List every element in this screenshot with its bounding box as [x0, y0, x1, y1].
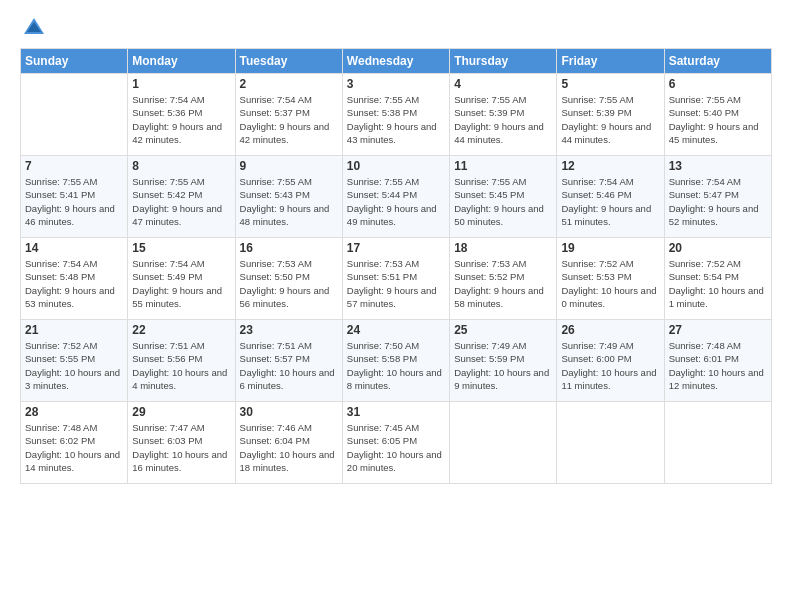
- calendar-cell: 23Sunrise: 7:51 AMSunset: 5:57 PMDayligh…: [235, 320, 342, 402]
- day-number: 8: [132, 159, 230, 173]
- calendar-week-row: 28Sunrise: 7:48 AMSunset: 6:02 PMDayligh…: [21, 402, 772, 484]
- logo: [20, 16, 46, 40]
- day-number: 19: [561, 241, 659, 255]
- calendar-cell: 22Sunrise: 7:51 AMSunset: 5:56 PMDayligh…: [128, 320, 235, 402]
- calendar-cell: 3Sunrise: 7:55 AMSunset: 5:38 PMDaylight…: [342, 74, 449, 156]
- calendar-cell: 27Sunrise: 7:48 AMSunset: 6:01 PMDayligh…: [664, 320, 771, 402]
- calendar-cell: 31Sunrise: 7:45 AMSunset: 6:05 PMDayligh…: [342, 402, 449, 484]
- calendar-cell: 10Sunrise: 7:55 AMSunset: 5:44 PMDayligh…: [342, 156, 449, 238]
- logo-icon: [22, 16, 46, 40]
- cell-info: Sunrise: 7:52 AMSunset: 5:53 PMDaylight:…: [561, 257, 659, 310]
- calendar-cell: 11Sunrise: 7:55 AMSunset: 5:45 PMDayligh…: [450, 156, 557, 238]
- day-number: 26: [561, 323, 659, 337]
- cell-info: Sunrise: 7:55 AMSunset: 5:43 PMDaylight:…: [240, 175, 338, 228]
- day-number: 10: [347, 159, 445, 173]
- calendar-cell: 6Sunrise: 7:55 AMSunset: 5:40 PMDaylight…: [664, 74, 771, 156]
- calendar-table: SundayMondayTuesdayWednesdayThursdayFrid…: [20, 48, 772, 484]
- weekday-header-friday: Friday: [557, 49, 664, 74]
- calendar-cell: 30Sunrise: 7:46 AMSunset: 6:04 PMDayligh…: [235, 402, 342, 484]
- cell-info: Sunrise: 7:54 AMSunset: 5:36 PMDaylight:…: [132, 93, 230, 146]
- cell-info: Sunrise: 7:45 AMSunset: 6:05 PMDaylight:…: [347, 421, 445, 474]
- weekday-header-row: SundayMondayTuesdayWednesdayThursdayFrid…: [21, 49, 772, 74]
- calendar-week-row: 21Sunrise: 7:52 AMSunset: 5:55 PMDayligh…: [21, 320, 772, 402]
- calendar-cell: [557, 402, 664, 484]
- day-number: 23: [240, 323, 338, 337]
- day-number: 1: [132, 77, 230, 91]
- calendar-cell: 1Sunrise: 7:54 AMSunset: 5:36 PMDaylight…: [128, 74, 235, 156]
- calendar-cell: 24Sunrise: 7:50 AMSunset: 5:58 PMDayligh…: [342, 320, 449, 402]
- calendar-cell: 17Sunrise: 7:53 AMSunset: 5:51 PMDayligh…: [342, 238, 449, 320]
- day-number: 21: [25, 323, 123, 337]
- calendar-cell: 16Sunrise: 7:53 AMSunset: 5:50 PMDayligh…: [235, 238, 342, 320]
- cell-info: Sunrise: 7:51 AMSunset: 5:56 PMDaylight:…: [132, 339, 230, 392]
- cell-info: Sunrise: 7:53 AMSunset: 5:52 PMDaylight:…: [454, 257, 552, 310]
- cell-info: Sunrise: 7:47 AMSunset: 6:03 PMDaylight:…: [132, 421, 230, 474]
- cell-info: Sunrise: 7:53 AMSunset: 5:51 PMDaylight:…: [347, 257, 445, 310]
- weekday-header-sunday: Sunday: [21, 49, 128, 74]
- calendar-week-row: 1Sunrise: 7:54 AMSunset: 5:36 PMDaylight…: [21, 74, 772, 156]
- weekday-header-wednesday: Wednesday: [342, 49, 449, 74]
- calendar-cell: 12Sunrise: 7:54 AMSunset: 5:46 PMDayligh…: [557, 156, 664, 238]
- cell-info: Sunrise: 7:52 AMSunset: 5:55 PMDaylight:…: [25, 339, 123, 392]
- day-number: 9: [240, 159, 338, 173]
- day-number: 13: [669, 159, 767, 173]
- day-number: 28: [25, 405, 123, 419]
- cell-info: Sunrise: 7:54 AMSunset: 5:48 PMDaylight:…: [25, 257, 123, 310]
- day-number: 15: [132, 241, 230, 255]
- day-number: 7: [25, 159, 123, 173]
- day-number: 24: [347, 323, 445, 337]
- day-number: 31: [347, 405, 445, 419]
- calendar-page: SundayMondayTuesdayWednesdayThursdayFrid…: [0, 0, 792, 612]
- calendar-cell: 14Sunrise: 7:54 AMSunset: 5:48 PMDayligh…: [21, 238, 128, 320]
- calendar-cell: [450, 402, 557, 484]
- day-number: 17: [347, 241, 445, 255]
- weekday-header-tuesday: Tuesday: [235, 49, 342, 74]
- calendar-cell: 7Sunrise: 7:55 AMSunset: 5:41 PMDaylight…: [21, 156, 128, 238]
- calendar-cell: 28Sunrise: 7:48 AMSunset: 6:02 PMDayligh…: [21, 402, 128, 484]
- day-number: 3: [347, 77, 445, 91]
- day-number: 25: [454, 323, 552, 337]
- cell-info: Sunrise: 7:52 AMSunset: 5:54 PMDaylight:…: [669, 257, 767, 310]
- cell-info: Sunrise: 7:55 AMSunset: 5:39 PMDaylight:…: [561, 93, 659, 146]
- cell-info: Sunrise: 7:48 AMSunset: 6:01 PMDaylight:…: [669, 339, 767, 392]
- weekday-header-monday: Monday: [128, 49, 235, 74]
- day-number: 30: [240, 405, 338, 419]
- cell-info: Sunrise: 7:55 AMSunset: 5:41 PMDaylight:…: [25, 175, 123, 228]
- calendar-cell: 25Sunrise: 7:49 AMSunset: 5:59 PMDayligh…: [450, 320, 557, 402]
- cell-info: Sunrise: 7:55 AMSunset: 5:39 PMDaylight:…: [454, 93, 552, 146]
- weekday-header-thursday: Thursday: [450, 49, 557, 74]
- calendar-cell: 9Sunrise: 7:55 AMSunset: 5:43 PMDaylight…: [235, 156, 342, 238]
- day-number: 11: [454, 159, 552, 173]
- calendar-cell: 18Sunrise: 7:53 AMSunset: 5:52 PMDayligh…: [450, 238, 557, 320]
- day-number: 12: [561, 159, 659, 173]
- day-number: 4: [454, 77, 552, 91]
- calendar-cell: 15Sunrise: 7:54 AMSunset: 5:49 PMDayligh…: [128, 238, 235, 320]
- day-number: 5: [561, 77, 659, 91]
- calendar-cell: 19Sunrise: 7:52 AMSunset: 5:53 PMDayligh…: [557, 238, 664, 320]
- calendar-cell: 26Sunrise: 7:49 AMSunset: 6:00 PMDayligh…: [557, 320, 664, 402]
- cell-info: Sunrise: 7:55 AMSunset: 5:44 PMDaylight:…: [347, 175, 445, 228]
- cell-info: Sunrise: 7:55 AMSunset: 5:38 PMDaylight:…: [347, 93, 445, 146]
- day-number: 18: [454, 241, 552, 255]
- day-number: 6: [669, 77, 767, 91]
- cell-info: Sunrise: 7:53 AMSunset: 5:50 PMDaylight:…: [240, 257, 338, 310]
- cell-info: Sunrise: 7:51 AMSunset: 5:57 PMDaylight:…: [240, 339, 338, 392]
- day-number: 29: [132, 405, 230, 419]
- cell-info: Sunrise: 7:55 AMSunset: 5:45 PMDaylight:…: [454, 175, 552, 228]
- day-number: 22: [132, 323, 230, 337]
- cell-info: Sunrise: 7:54 AMSunset: 5:47 PMDaylight:…: [669, 175, 767, 228]
- cell-info: Sunrise: 7:54 AMSunset: 5:49 PMDaylight:…: [132, 257, 230, 310]
- cell-info: Sunrise: 7:54 AMSunset: 5:37 PMDaylight:…: [240, 93, 338, 146]
- calendar-cell: 29Sunrise: 7:47 AMSunset: 6:03 PMDayligh…: [128, 402, 235, 484]
- calendar-cell: 5Sunrise: 7:55 AMSunset: 5:39 PMDaylight…: [557, 74, 664, 156]
- cell-info: Sunrise: 7:50 AMSunset: 5:58 PMDaylight:…: [347, 339, 445, 392]
- calendar-week-row: 7Sunrise: 7:55 AMSunset: 5:41 PMDaylight…: [21, 156, 772, 238]
- calendar-cell: 21Sunrise: 7:52 AMSunset: 5:55 PMDayligh…: [21, 320, 128, 402]
- cell-info: Sunrise: 7:55 AMSunset: 5:40 PMDaylight:…: [669, 93, 767, 146]
- header-row: [20, 16, 772, 40]
- cell-info: Sunrise: 7:49 AMSunset: 6:00 PMDaylight:…: [561, 339, 659, 392]
- calendar-cell: [21, 74, 128, 156]
- day-number: 16: [240, 241, 338, 255]
- calendar-cell: 8Sunrise: 7:55 AMSunset: 5:42 PMDaylight…: [128, 156, 235, 238]
- day-number: 2: [240, 77, 338, 91]
